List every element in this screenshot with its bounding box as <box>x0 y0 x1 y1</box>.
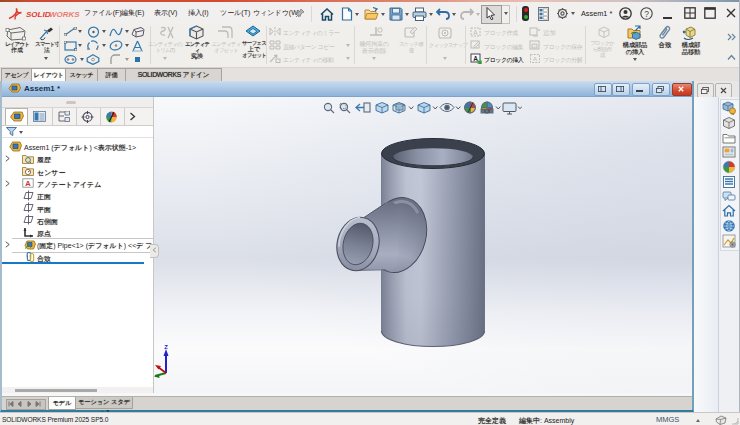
svg-text:A: A <box>473 29 478 36</box>
svg-text:Z: Z <box>164 345 168 350</box>
svg-text:?: ? <box>644 9 649 19</box>
svg-text:WORKS: WORKS <box>49 10 80 19</box>
svg-text:SOLID: SOLID <box>26 10 51 19</box>
svg-text:A: A <box>533 56 537 62</box>
svg-text:A: A <box>25 179 31 188</box>
